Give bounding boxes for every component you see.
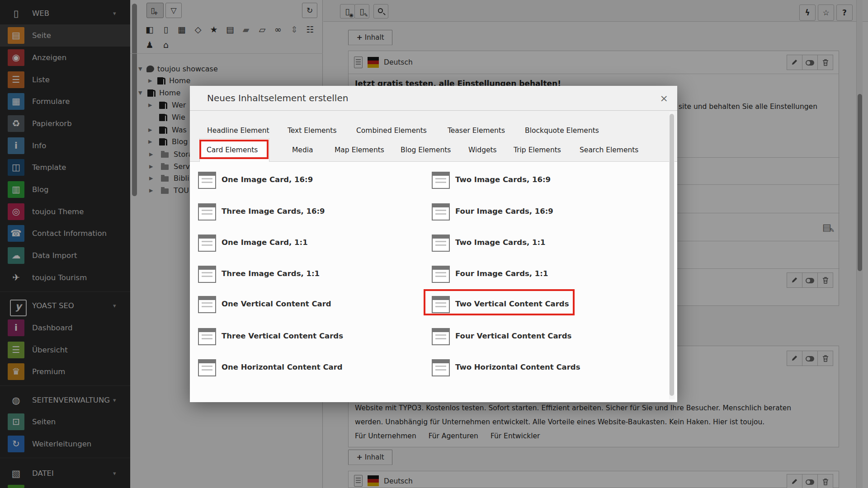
tab-widgets[interactable]: Widgets [468, 142, 497, 158]
card-icon [432, 235, 450, 252]
tab-map-elements[interactable]: Map Elements [335, 142, 384, 158]
tab-text-elements[interactable]: Text Elements [288, 123, 337, 138]
item-four-image-cards-11[interactable]: Four Image Cards, 1:1 [432, 266, 649, 283]
card-icon [432, 328, 450, 345]
item-two-image-cards-11[interactable]: Two Image Cards, 1:1 [432, 235, 649, 252]
modal-title: Neues Inhaltselement erstellen [207, 86, 348, 111]
tab-media[interactable]: Media [292, 142, 313, 158]
modal-header: Neues Inhaltselement erstellen × [190, 86, 677, 111]
card-icon [432, 359, 450, 376]
item-one-image-card-11[interactable]: One Image Card, 1:1 [198, 235, 415, 252]
tab-blog-elements[interactable]: Blog Elements [401, 142, 451, 158]
item-three-vertical-content-cards[interactable]: Three Vertical Content Cards [198, 328, 415, 345]
item-two-horizontal-content-cards[interactable]: Two Horizontal Content Cards [432, 359, 649, 376]
card-icon [198, 328, 216, 345]
card-icon [198, 172, 216, 189]
tab-combined-elements[interactable]: Combined Elements [356, 123, 427, 138]
close-icon[interactable]: × [660, 86, 668, 111]
card-icon [198, 235, 216, 252]
item-four-image-cards-169[interactable]: Four Image Cards, 16:9 [432, 203, 649, 221]
card-icon [432, 172, 450, 189]
item-two-image-cards-169[interactable]: Two Image Cards, 16:9 [432, 172, 649, 189]
annotation-card-elements-tab [199, 140, 269, 159]
item-three-image-cards-169[interactable]: Three Image Cards, 16:9 [198, 203, 415, 221]
tab-search-elements[interactable]: Search Elements [580, 142, 638, 158]
tab-teaser-elements[interactable]: Teaser Elements [448, 123, 505, 138]
modal-scrollbar-thumb[interactable] [670, 114, 674, 396]
card-icon [198, 266, 216, 283]
card-icon [198, 296, 216, 313]
tab-blockquote-elements[interactable]: Blockquote Elements [525, 123, 599, 138]
card-icon [198, 359, 216, 376]
item-four-vertical-content-cards[interactable]: Four Vertical Content Cards [432, 328, 649, 345]
item-one-vertical-content-card[interactable]: One Vertical Content Card [198, 296, 415, 313]
modal-body: One Image Card, 16:9 Two Image Cards, 16… [190, 162, 677, 402]
card-icon [432, 266, 450, 283]
tab-trip-elements[interactable]: Trip Elements [514, 142, 561, 158]
card-icon [432, 203, 450, 221]
tab-headline-element[interactable]: Headline Element [207, 123, 269, 138]
item-three-image-cards-11[interactable]: Three Image Cards, 1:1 [198, 266, 415, 283]
annotation-two-vertical-content-cards [424, 289, 575, 315]
item-one-horizontal-content-card[interactable]: One Horizontal Content Card [198, 359, 415, 376]
item-one-image-card-169[interactable]: One Image Card, 16:9 [198, 172, 415, 189]
card-icon [198, 203, 216, 221]
new-content-element-modal: Neues Inhaltselement erstellen × Headlin… [190, 86, 677, 402]
modal-scrollbar[interactable] [669, 112, 675, 399]
